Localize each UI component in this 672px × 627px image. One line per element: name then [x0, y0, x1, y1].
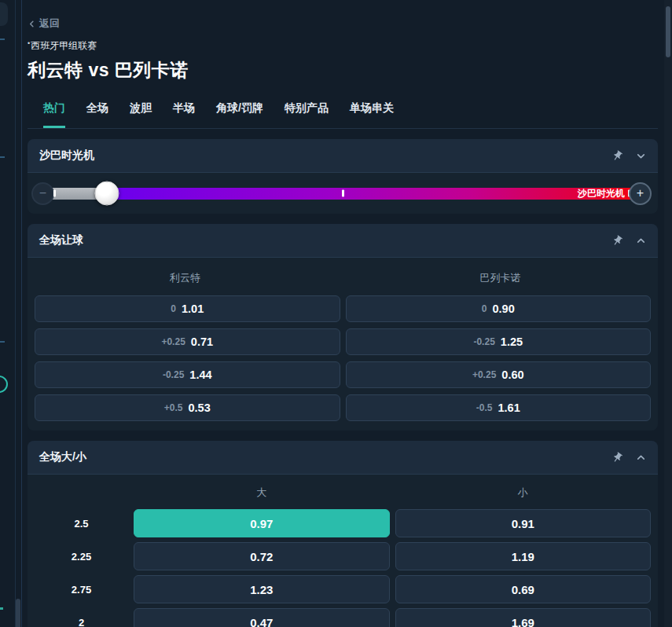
odds-value: 1.69 [512, 616, 534, 627]
odds-value: 1.19 [512, 550, 534, 563]
handicap-line: -0.5 [476, 402, 493, 413]
chevron-left-icon [28, 20, 36, 28]
slider-track[interactable]: 沙巴时光机 [48, 188, 636, 200]
handicap-column-headers: 利云特 巴列卡诺 [28, 263, 658, 293]
under-odds-button[interactable]: 1.19 [395, 542, 652, 570]
slider-tick [53, 190, 56, 197]
handicap-line: +0.25 [472, 369, 496, 380]
left-edge-marker [0, 156, 5, 158]
home-team-header: 利云特 [28, 271, 343, 285]
left-scrollbar-thumb[interactable] [16, 599, 20, 627]
odds-value: 0.90 [492, 302, 514, 315]
tab-special-products[interactable]: 特别产品 [285, 101, 329, 128]
tab-hot[interactable]: 热门 [43, 101, 65, 128]
handicap-line: -0.25 [473, 336, 494, 347]
odds-value: 1.01 [182, 302, 204, 315]
chevron-up-icon[interactable] [636, 236, 646, 246]
pin-icon[interactable] [611, 150, 623, 162]
slider-tick [342, 190, 344, 197]
goal-line-label: 2 [35, 608, 128, 627]
tab-correct-score[interactable]: 波胆 [130, 101, 152, 128]
under-odds-button[interactable]: 0.69 [395, 575, 652, 603]
under-odds-button[interactable]: 1.69 [395, 608, 652, 627]
odds-value: 0.71 [191, 336, 213, 348]
section-title: 沙巴时光机 [39, 148, 94, 163]
odds-value: 1.61 [498, 402, 520, 414]
handicap-line: 0 [482, 303, 487, 314]
table-row: -0.25 1.44 +0.25 0.60 [35, 361, 651, 388]
handicap-line: +0.5 [164, 402, 183, 413]
section-title: 全场大/小 [39, 450, 86, 464]
handicap-odds-button[interactable]: -0.25 1.44 [35, 361, 340, 388]
left-edge-marker [0, 38, 5, 40]
handicap-odds-button[interactable]: +0.25 0.71 [35, 328, 340, 355]
odds-value: 0.97 [250, 517, 273, 530]
chevron-down-icon[interactable] [636, 151, 646, 161]
pin-icon[interactable] [611, 235, 623, 247]
odds-value: 0.72 [250, 550, 273, 563]
pin-icon[interactable] [611, 452, 623, 464]
handicap-odds-button[interactable]: 0 0.90 [346, 295, 652, 322]
league-marker: • [28, 39, 30, 47]
chevron-up-icon[interactable] [636, 453, 646, 463]
handicap-odds-button[interactable]: -0.5 1.61 [346, 394, 652, 421]
handicap-odds-button[interactable]: -0.25 1.25 [346, 328, 652, 355]
odds-value: 0.47 [250, 616, 273, 627]
back-label: 返回 [39, 16, 60, 31]
away-team-header: 巴列卡诺 [343, 271, 658, 285]
odds-value: 0.53 [188, 402, 210, 414]
tab-single-parlay[interactable]: 单场串关 [350, 101, 394, 128]
over-odds-button[interactable]: 0.47 [134, 608, 390, 627]
handicap-rows: 0 1.01 0 0.90 +0.25 0.71 -0.25 1.25 [28, 293, 658, 431]
over-under-card: 全场大/小 大 小 2.5 0.97 0.91 [28, 441, 658, 627]
under-column-header: 小 [395, 486, 652, 500]
over-odds-button[interactable]: 0.72 [134, 542, 390, 570]
time-machine-slider: − 沙巴时光机 + [28, 173, 658, 214]
slider-handle[interactable] [94, 182, 119, 206]
main-content: 返回 • 西班牙甲组联赛 利云特 vs 巴列卡诺 热门 全场 波胆 半场 角球/… [28, 0, 658, 627]
handicap-odds-button[interactable]: +0.25 0.60 [346, 361, 652, 388]
goal-line-label: 2.25 [35, 542, 128, 570]
time-machine-card: 沙巴时光机 − 沙巴时光机 + [28, 139, 658, 214]
handicap-odds-button[interactable]: +0.5 0.53 [35, 394, 340, 421]
odds-value: 1.44 [189, 368, 211, 381]
over-odds-button[interactable]: 0.97 [134, 509, 390, 537]
table-row: 2 0.47 1.69 [28, 608, 658, 627]
goal-line-label: 2.75 [35, 575, 128, 603]
left-edge-panel-fragment [0, 2, 8, 26]
left-panel-divider [15, 0, 16, 627]
market-tabs: 热门 全场 波胆 半场 角球/罚牌 特别产品 单场串关 [28, 101, 658, 129]
slider-minus-button[interactable]: − [31, 182, 54, 205]
table-row: 2.25 0.72 1.19 [28, 542, 658, 570]
under-odds-button[interactable]: 0.91 [395, 509, 652, 537]
left-edge-circle-fragment [0, 376, 8, 393]
scrollbar-track[interactable] [664, 0, 672, 627]
odds-value: 0.60 [501, 368, 523, 381]
odds-value: 0.69 [512, 583, 534, 596]
handicap-header: 全场让球 [28, 224, 658, 258]
slider-label: 沙巴时光机 [578, 187, 625, 200]
tab-full-match[interactable]: 全场 [86, 101, 108, 128]
over-odds-button[interactable]: 1.23 [134, 575, 390, 603]
handicap-line: +0.25 [161, 336, 185, 347]
table-row: 2.5 0.97 0.91 [28, 509, 658, 537]
left-panel-divider-2 [21, 0, 22, 627]
back-button[interactable]: 返回 [28, 0, 83, 31]
left-edge-marker-active [0, 607, 3, 610]
slider-plus-button[interactable]: + [629, 182, 652, 205]
league-name: • 西班牙甲组联赛 [28, 39, 658, 53]
tab-half[interactable]: 半场 [173, 101, 195, 128]
page-title: 利云特 vs 巴列卡诺 [28, 58, 658, 82]
handicap-card: 全场让球 利云特 巴列卡诺 0 1.01 0 [28, 224, 658, 431]
odds-value: 1.23 [250, 583, 273, 596]
table-row: +0.25 0.71 -0.25 1.25 [35, 328, 651, 355]
league-label: 西班牙甲组联赛 [31, 39, 97, 53]
tab-corners-cards[interactable]: 角球/罚牌 [216, 101, 263, 128]
odds-value: 0.91 [512, 517, 534, 530]
left-edge-marker [0, 341, 5, 343]
handicap-odds-button[interactable]: 0 1.01 [35, 295, 340, 322]
odds-value: 1.25 [501, 336, 523, 348]
time-machine-header: 沙巴时光机 [28, 139, 658, 173]
scrollbar-thumb[interactable] [666, 6, 670, 57]
table-row: +0.5 0.53 -0.5 1.61 [35, 394, 651, 421]
